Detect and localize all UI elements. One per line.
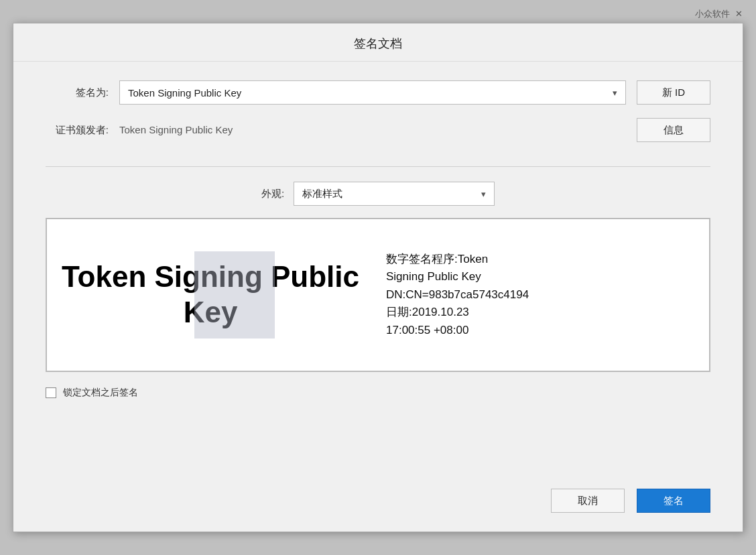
dialog: 签名文档 签名为: Token Signing Public Key ▾ 新 I… xyxy=(13,23,743,532)
sig-left-text-area: Token Signing Public Key xyxy=(47,219,374,371)
signature-preview: Token Signing Public Key 数字签名程序:Token Si… xyxy=(46,218,710,372)
info-button[interactable]: 信息 xyxy=(637,118,710,142)
sign-as-dropdown[interactable]: Token Signing Public Key ▾ xyxy=(119,80,626,105)
sig-right-text-area: 数字签名程序:Token Signing Public Key DN:CN=98… xyxy=(374,219,709,371)
dialog-footer: 取消 签名 xyxy=(13,489,743,532)
appearance-dropdown-value: 标准样式 xyxy=(302,188,342,200)
dialog-title: 签名文档 xyxy=(13,23,743,62)
sig-right-line2: Signing Public Key xyxy=(386,268,697,286)
close-watermark-icon[interactable]: ✕ xyxy=(735,9,743,19)
sig-right-line3: DN:CN=983b7ca5743c4194 xyxy=(386,286,697,304)
sign-as-row: 签名为: Token Signing Public Key ▾ 新 ID xyxy=(46,80,710,105)
appearance-label: 外观: xyxy=(261,188,284,200)
watermark: 小众软件 ✕ xyxy=(695,8,743,20)
sig-right-line4: 日期:2019.10.23 xyxy=(386,304,697,321)
appearance-dropdown[interactable]: 标准样式 ▾ xyxy=(294,182,495,206)
sig-right-line1: 数字签名程序:Token xyxy=(386,251,697,268)
appearance-dropdown-arrow-icon: ▾ xyxy=(481,189,486,199)
new-id-button[interactable]: 新 ID xyxy=(637,80,710,105)
info-button-area: 信息 xyxy=(637,118,710,142)
cert-issuer-value: Token Signing Public Key xyxy=(119,124,233,135)
sign-as-dropdown-arrow-icon: ▾ xyxy=(613,88,617,98)
watermark-text: 小众软件 xyxy=(695,9,730,19)
sign-as-label: 签名为: xyxy=(46,86,119,99)
sign-as-dropdown-value: Token Signing Public Key xyxy=(128,87,241,99)
lock-label: 锁定文档之后签名 xyxy=(63,387,138,399)
sig-left-text: Token Signing Public Key xyxy=(55,259,366,330)
lock-checkbox[interactable] xyxy=(46,387,56,398)
dialog-body: 签名为: Token Signing Public Key ▾ 新 ID 证书颁… xyxy=(13,62,743,489)
dialog-wrapper: 小众软件 ✕ 签名文档 签名为: Token Signing Public Ke… xyxy=(0,0,756,555)
divider xyxy=(46,166,710,167)
cert-issuer-row: 证书颁发者: Token Signing Public Key 信息 xyxy=(46,118,710,142)
cert-issuer-label: 证书颁发者: xyxy=(46,124,119,137)
sign-as-control-area: Token Signing Public Key ▾ 新 ID xyxy=(119,80,710,105)
cancel-button[interactable]: 取消 xyxy=(551,489,625,513)
appearance-row: 外观: 标准样式 ▾ xyxy=(46,182,710,206)
cert-issuer-value-area: Token Signing Public Key xyxy=(119,124,637,136)
lock-row: 锁定文档之后签名 xyxy=(46,387,710,399)
sig-right-line5: 17:00:55 +08:00 xyxy=(386,322,697,339)
sign-button[interactable]: 签名 xyxy=(637,489,710,513)
